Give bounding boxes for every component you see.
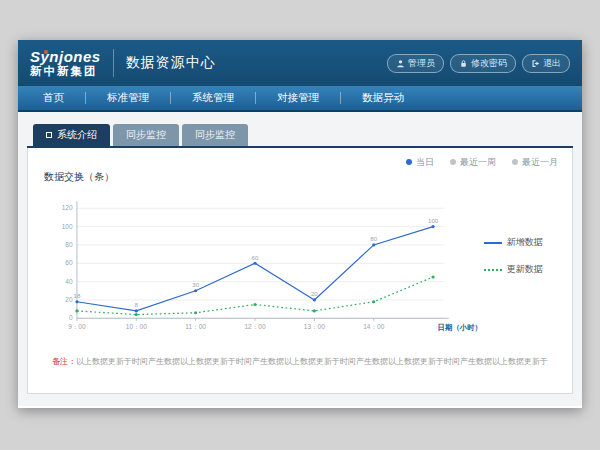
nav-item-data-change[interactable]: 数据异动	[341, 86, 425, 110]
svg-text:18: 18	[74, 292, 81, 299]
logout-button[interactable]: 退出	[522, 54, 570, 73]
y-axis-title: 数据交换（条）	[44, 170, 558, 184]
line-sample-dotted	[484, 269, 502, 271]
svg-text:100: 100	[62, 223, 73, 230]
range-option-today[interactable]: 当日	[406, 156, 434, 169]
app-window: Synjones 新中新集团 数据资源中心 管理员 修改密码 退出 首页 标准管…	[18, 40, 582, 408]
user-icon	[396, 59, 405, 68]
legend-dot	[450, 159, 456, 165]
svg-text:12：00: 12：00	[244, 323, 265, 330]
svg-text:20: 20	[311, 290, 318, 297]
line-sample-solid	[484, 242, 502, 244]
main-nav: 首页 标准管理 系统管理 对接管理 数据异动	[18, 86, 582, 112]
logout-icon	[531, 59, 540, 68]
svg-text:100: 100	[428, 217, 439, 224]
range-label: 最近一月	[522, 156, 558, 169]
nav-item-connection-mgmt[interactable]: 对接管理	[256, 86, 340, 110]
tab-label: 同步监控	[195, 128, 235, 142]
tab-sync-monitor-1[interactable]: 同步监控	[113, 124, 179, 146]
range-option-last-month[interactable]: 最近一月	[512, 156, 558, 169]
svg-text:10：00: 10：00	[126, 323, 147, 330]
svg-text:120: 120	[62, 204, 73, 211]
chart-panel: 当日 最近一周 最近一月 数据交换（条） 0204060801001209：00…	[27, 148, 573, 394]
nav-item-standard-mgmt[interactable]: 标准管理	[86, 86, 170, 110]
svg-text:11：00: 11：00	[185, 323, 206, 330]
page-title: 数据资源中心	[126, 54, 216, 72]
change-password-button[interactable]: 修改密码	[450, 54, 516, 73]
series-legend: 新增数据 更新数据	[484, 236, 558, 294]
svg-text:9：00: 9：00	[68, 323, 86, 330]
svg-text:8: 8	[135, 301, 139, 308]
header-divider	[113, 49, 114, 77]
logout-label: 退出	[543, 57, 561, 70]
range-legend: 当日 最近一周 最近一月	[42, 156, 558, 168]
svg-text:80: 80	[370, 235, 377, 242]
footnote-text: 以上数据更新于时间产生数据以上数据更新于时间产生数据以上数据更新于时间产生数据以…	[76, 357, 548, 366]
logo-subtitle: 新中新集团	[30, 65, 101, 77]
svg-text:30: 30	[192, 281, 199, 288]
tab-bar: 系统介绍 同步监控 同步监控	[27, 124, 573, 148]
logo-accent-dot	[44, 50, 48, 54]
series-label: 更新数据	[507, 263, 543, 276]
logo-text: Synjones	[30, 49, 101, 65]
svg-text:13：00: 13：00	[304, 323, 325, 330]
svg-text:14：00: 14：00	[363, 323, 384, 330]
svg-text:40: 40	[65, 278, 73, 285]
admin-button[interactable]: 管理员	[387, 54, 444, 73]
header-actions: 管理员 修改密码 退出	[387, 54, 570, 73]
legend-dot	[512, 159, 518, 165]
admin-label: 管理员	[408, 57, 435, 70]
range-label: 当日	[416, 156, 434, 169]
nav-item-home[interactable]: 首页	[22, 86, 85, 110]
change-password-label: 修改密码	[471, 57, 507, 70]
line-chart: 0204060801001209：0010：0011：0012：0013：001…	[42, 186, 484, 344]
tab-icon	[46, 132, 52, 138]
legend-item-updated-data[interactable]: 更新数据	[484, 263, 558, 276]
legend-item-new-data[interactable]: 新增数据	[484, 236, 558, 249]
brand-logo: Synjones 新中新集团	[30, 49, 101, 78]
range-label: 最近一周	[460, 156, 496, 169]
tab-label: 系统介绍	[57, 128, 97, 142]
app-header: Synjones 新中新集团 数据资源中心 管理员 修改密码 退出	[18, 40, 582, 86]
lock-icon	[459, 59, 468, 68]
footnote: 备注：以上数据更新于时间产生数据以上数据更新于时间产生数据以上数据更新于时间产生…	[42, 356, 558, 367]
content-area: 系统介绍 同步监控 同步监控 当日 最近一周	[18, 112, 582, 406]
svg-text:60: 60	[65, 259, 73, 266]
series-label: 新增数据	[507, 236, 543, 249]
nav-item-system-mgmt[interactable]: 系统管理	[171, 86, 255, 110]
tab-label: 同步监控	[126, 128, 166, 142]
tab-system-intro[interactable]: 系统介绍	[33, 124, 110, 146]
range-option-last-week[interactable]: 最近一周	[450, 156, 496, 169]
footnote-label: 备注：	[52, 357, 76, 366]
chart-row: 0204060801001209：0010：0011：0012：0013：001…	[42, 186, 558, 344]
tab-sync-monitor-2[interactable]: 同步监控	[182, 124, 248, 146]
svg-text:80: 80	[65, 241, 73, 248]
svg-text:0: 0	[69, 314, 73, 321]
legend-dot	[406, 159, 412, 165]
svg-text:日期（小时）: 日期（小时）	[438, 323, 482, 332]
svg-text:20: 20	[65, 296, 73, 303]
svg-text:60: 60	[252, 254, 259, 261]
